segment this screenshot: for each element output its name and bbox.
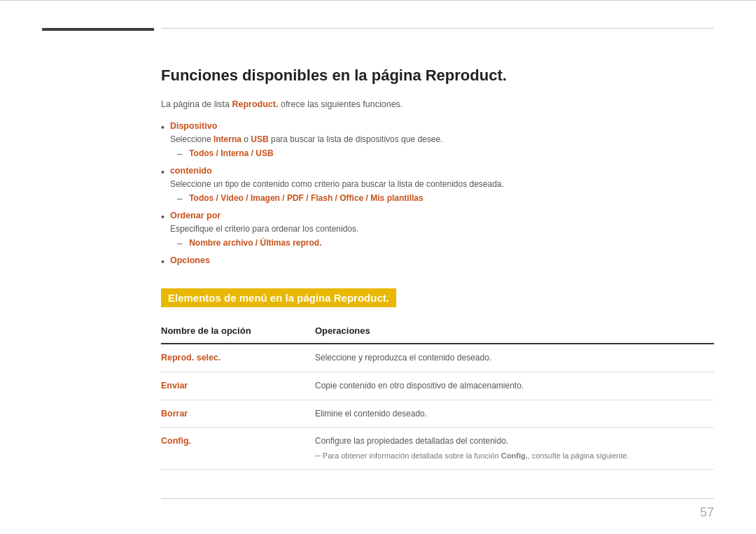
intro-after: ofrece las siguientes funciones.	[278, 99, 402, 109]
sub-text: Todos / Interna / USB	[189, 148, 273, 158]
intro-text: La página de lista Reproduct. ofrece las…	[161, 97, 714, 111]
sub-item: – Nombre archivo / Últimas reprod.	[170, 238, 714, 248]
page-number: 57	[700, 505, 714, 520]
bullet-desc: Seleccione un tipo de contenido como cri…	[170, 178, 714, 190]
option-desc: Configure las propiedades detalladas del…	[315, 428, 714, 470]
table-note: ─ Para obtener información detallada sob…	[315, 450, 707, 462]
bullet-label-text: Opciones	[170, 255, 210, 265]
table-row: Borrar Elimine el contenido deseado.	[161, 400, 714, 428]
bullet-label: Ordenar por	[170, 211, 714, 220]
sub-item: – Todos / Interna / USB	[170, 148, 714, 159]
table-row: Config. Configure las propiedades detall…	[161, 428, 714, 470]
option-name: Enviar	[161, 372, 315, 400]
option-desc: Elimine el contenido deseado.	[315, 400, 714, 428]
table-row: Reprod. selec. Seleccione y reproduzca e…	[161, 344, 714, 372]
sub-text: Nombre archivo / Últimas reprod.	[189, 238, 321, 248]
option-desc: Seleccione y reproduzca el contenido des…	[315, 344, 714, 372]
col-header-operations: Operaciones	[315, 321, 714, 344]
list-item: • Ordenar por Especifique el criterio pa…	[161, 211, 714, 248]
note-highlight: Config.	[501, 451, 528, 460]
option-name: Reprod. selec.	[161, 344, 315, 372]
bullet-content: Ordenar por Especifique el criterio para…	[170, 211, 714, 248]
bullet-dot: •	[161, 167, 164, 178]
bullet-dot: •	[161, 256, 164, 267]
list-item: • Dispositivo Seleccione Interna o USB p…	[161, 121, 714, 159]
bullet-dot: •	[161, 211, 164, 223]
option-name: Config.	[161, 428, 315, 470]
col-header-option: Nombre de la opción	[161, 321, 315, 344]
main-title: Funciones disponibles en la página Repro…	[161, 66, 714, 85]
feature-list: • Dispositivo Seleccione Interna o USB p…	[161, 121, 714, 267]
bullet-label-text: Dispositivo	[170, 121, 217, 131]
bullet-label: contenido	[170, 166, 714, 176]
bullet-desc: Seleccione Interna o USB para buscar la …	[170, 133, 714, 146]
sub-dash: –	[177, 238, 182, 248]
bullet-content: contenido Seleccione un tipo de contenid…	[170, 166, 714, 204]
list-item: • Opciones	[161, 255, 714, 267]
bullet-label-text: Ordenar por	[170, 211, 220, 220]
bullet-content: Dispositivo Seleccione Interna o USB par…	[170, 121, 714, 159]
intro-before: La página de lista	[161, 99, 232, 109]
bullet-content: Opciones	[170, 255, 714, 267]
list-item: • contenido Seleccione un tipo de conten…	[161, 166, 714, 204]
bullet-label-text: contenido	[170, 166, 212, 176]
table-row: Enviar Copie contenido en otro dispositi…	[161, 372, 714, 400]
bullet-desc: Especifique el criterio para ordenar los…	[170, 223, 714, 235]
option-name: Borrar	[161, 400, 315, 428]
sub-text: Todos / Vídeo / Imagen / PDF / Flash / O…	[189, 193, 424, 203]
option-desc: Copie contenido en otro dispositivo de a…	[315, 372, 714, 400]
sub-item: – Todos / Vídeo / Imagen / PDF / Flash /…	[170, 193, 714, 204]
inline-highlight: Interna	[214, 134, 241, 144]
bottom-divider	[161, 498, 714, 499]
sub-dash: –	[177, 148, 182, 159]
intro-highlight: Reproduct.	[232, 99, 278, 109]
inline-highlight2: USB	[251, 134, 268, 144]
sub-dash: –	[177, 193, 182, 204]
bullet-label: Dispositivo	[170, 121, 714, 131]
section-heading: Elementos de menú en la página Reproduct…	[161, 288, 396, 307]
menu-table: Nombre de la opción Operaciones Reprod. …	[161, 321, 714, 470]
bullet-label: Opciones	[170, 255, 714, 265]
table-header-row: Nombre de la opción Operaciones	[161, 321, 714, 344]
bullet-dot: •	[161, 122, 164, 133]
